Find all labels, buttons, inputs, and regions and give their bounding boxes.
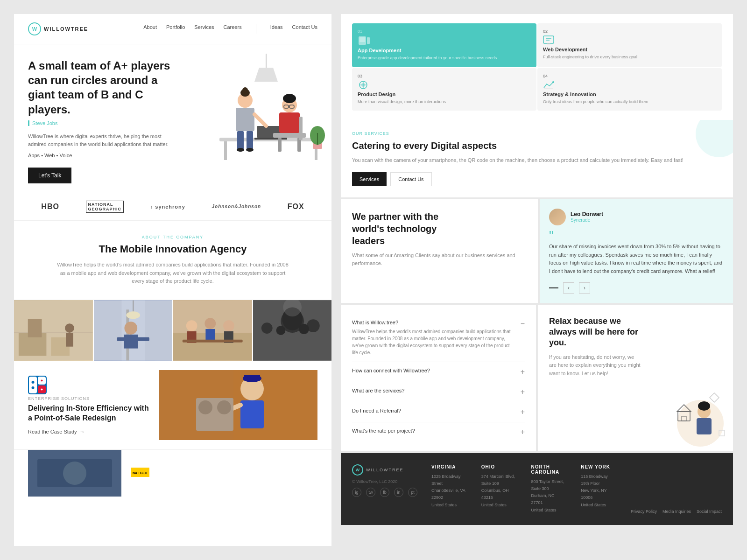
strategy-icon <box>543 80 554 90</box>
service-desc-4: Only trust ideas from people who can act… <box>543 99 716 105</box>
footer-media[interactable]: Media Inquiries <box>662 509 691 514</box>
about-section: ABOUT THE COMPANY The Mobile Innovation … <box>14 221 331 300</box>
product-design-icon <box>358 80 369 90</box>
partner-title: We partner with the world's technology l… <box>352 210 445 247</box>
svg-point-13 <box>237 148 244 152</box>
nav-careers[interactable]: Careers <box>224 24 242 34</box>
service-num-1: 01 <box>358 29 531 34</box>
photo-2 <box>94 300 173 361</box>
faq-toggle-3[interactable]: + <box>521 388 525 396</box>
service-num-4: 04 <box>543 74 716 78</box>
photo-3 <box>173 300 252 361</box>
bottom-case-info: NAT GEO <box>131 468 317 479</box>
svg-rect-10 <box>236 108 254 131</box>
svg-rect-3 <box>224 141 227 160</box>
teal-accent-circle <box>696 120 733 157</box>
svg-rect-23 <box>278 138 282 152</box>
svg-point-34 <box>65 323 74 333</box>
hero-cta-button[interactable]: Let's Talk <box>28 168 71 183</box>
testimonial-prev[interactable]: ‹ <box>563 282 574 294</box>
testimonial-nav: ‹ › <box>549 282 724 294</box>
footer-nc-title: NORTH CAROLINA <box>531 464 567 475</box>
service-num-3: 03 <box>358 74 531 78</box>
service-desc-1: Enterprise-grade app development tailore… <box>358 55 531 62</box>
testimonial-avatar <box>549 209 566 225</box>
nav-services[interactable]: Services <box>194 24 214 34</box>
relax-desc: If you are hesitating, do not worry, we … <box>549 353 642 378</box>
faq-item-5[interactable]: What's the rate per project? + <box>352 422 525 442</box>
faq-relax-row: What is Willow.tree? WillowTree helps th… <box>341 305 733 451</box>
footer-col-ohio: OHIO 374 Marconi Blvd, Suite 109 Columbu… <box>481 464 517 514</box>
contact-us-button[interactable]: Contact Us <box>390 172 431 186</box>
svg-rect-49 <box>205 329 215 341</box>
svg-point-67 <box>41 379 43 381</box>
nav-ideas[interactable]: Ideas <box>270 24 283 34</box>
footer-social-impact[interactable]: Social Impact <box>697 509 722 514</box>
nav-about[interactable]: About <box>143 24 157 34</box>
svg-rect-86 <box>359 37 365 42</box>
svg-point-48 <box>204 318 216 329</box>
social-twitter[interactable]: tw <box>366 488 375 497</box>
faq-toggle-2[interactable]: + <box>521 368 525 376</box>
app-dev-icon <box>358 35 371 46</box>
hero-quote-author: Steve Jobs <box>28 120 177 126</box>
faq-item-3[interactable]: What are the services? + <box>352 382 525 402</box>
footer-virginia-addr: 1025 Broadway Street Charlottesville, VA… <box>431 473 467 509</box>
svg-point-82 <box>63 462 86 485</box>
logo[interactable]: W WILLOWTREE <box>28 22 88 35</box>
svg-rect-21 <box>279 112 300 133</box>
services-grid: 01 App Development Enterprise-grade app … <box>341 14 733 120</box>
svg-rect-79 <box>159 370 233 440</box>
faq-item-2[interactable]: How can connect with Willowtree? + <box>352 362 525 382</box>
service-card-strategy[interactable]: 04 Strategy & Innovation Only trust idea… <box>537 68 722 111</box>
svg-rect-43 <box>124 335 138 349</box>
social-facebook[interactable]: fb <box>380 488 389 497</box>
case-study-info: ENTERPRISE SOLUTIONS Delivering In-Store… <box>28 376 149 434</box>
services-button[interactable]: Services <box>352 172 387 186</box>
svg-rect-105 <box>697 418 712 434</box>
svg-rect-35 <box>66 333 73 347</box>
svg-rect-91 <box>547 43 550 44</box>
svg-rect-74 <box>240 400 264 428</box>
testimonial-next[interactable]: › <box>579 282 590 294</box>
footer-privacy[interactable]: Privacy Policy <box>631 509 657 514</box>
footer-ohio-title: OHIO <box>481 464 517 469</box>
service-card-web-dev[interactable]: 02 Web Development Full-stack engineerin… <box>537 23 722 67</box>
service-title-1: App Development <box>358 48 531 53</box>
faq-toggle-5[interactable]: + <box>521 428 525 436</box>
service-card-app-dev[interactable]: 01 App Development Enterprise-grade app … <box>352 23 536 67</box>
svg-point-56 <box>261 322 272 334</box>
service-card-product-design[interactable]: 03 Product Design More than visual desig… <box>352 68 536 111</box>
social-instagram[interactable]: ig <box>352 488 361 497</box>
faq-toggle-1[interactable]: − <box>521 320 525 328</box>
case-link[interactable]: Read the Case Study → <box>28 429 149 434</box>
partner-section: We partner with the world's technology l… <box>341 199 538 303</box>
footer-virginia-title: VIRGINIA <box>431 464 467 469</box>
our-services-label: OUR SERVICES <box>352 131 722 136</box>
bottom-case-section: NAT GEO <box>14 450 331 497</box>
faq-toggle-4[interactable]: + <box>521 408 525 416</box>
faq-item-4[interactable]: Do I need a Referral? + <box>352 402 525 422</box>
nav-contact[interactable]: Contact Us <box>292 24 317 34</box>
svg-point-106 <box>698 401 710 411</box>
testimonial-indicator <box>549 287 558 288</box>
logo-text: WILLOWTREE <box>44 26 88 32</box>
footer-col-nc: NORTH CAROLINA 800 Taylor Street, Suite … <box>531 464 567 514</box>
testimonial-text: Our share of missing invoices went down … <box>549 243 724 275</box>
web-dev-icon <box>543 35 554 45</box>
social-linkedin[interactable]: in <box>394 488 403 497</box>
footer-ohio-addr: 374 Marconi Blvd, Suite 109 Columbus, OH… <box>481 473 517 509</box>
svg-point-68 <box>41 388 43 390</box>
nav-portfolio[interactable]: Portfolio <box>166 24 185 34</box>
social-pinterest[interactable]: pt <box>408 488 417 497</box>
svg-text:NAT GEO: NAT GEO <box>133 471 148 475</box>
svg-rect-11 <box>237 131 244 150</box>
svg-rect-87 <box>367 37 370 44</box>
svg-point-14 <box>246 148 254 152</box>
footer: W WILLOWTREE © WillowTree, LLC 2020 ig t… <box>341 453 733 525</box>
svg-point-46 <box>186 320 197 331</box>
testimonial-info: Leo Dorwart Syncrade <box>571 211 603 223</box>
svg-point-42 <box>124 322 137 335</box>
footer-logo-icon: W <box>352 464 363 476</box>
svg-rect-88 <box>543 36 554 43</box>
